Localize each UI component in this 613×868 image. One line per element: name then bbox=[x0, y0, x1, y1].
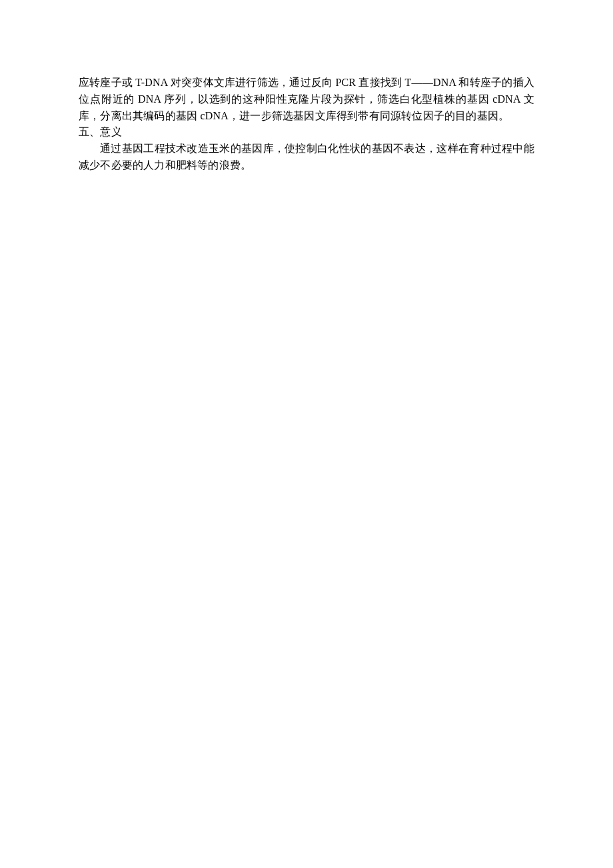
body-paragraph-1: 应转座子或 T-DNA 对突变体文库进行筛选，通过反向 PCR 直接找到 T——… bbox=[79, 75, 534, 124]
section-heading-5: 五、意义 bbox=[79, 124, 534, 141]
body-paragraph-2: 通过基因工程技术改造玉米的基因库，使控制白化性状的基因不表达，这样在育种过程中能… bbox=[79, 141, 534, 174]
document-page: 应转座子或 T-DNA 对突变体文库进行筛选，通过反向 PCR 直接找到 T——… bbox=[0, 0, 613, 868]
